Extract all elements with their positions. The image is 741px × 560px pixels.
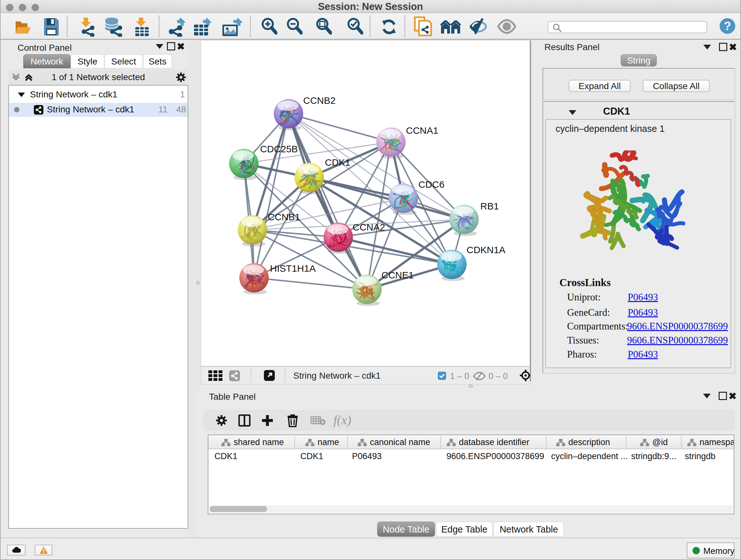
svg-text:CCNB2: CCNB2	[303, 95, 336, 106]
svg-text:RB1: RB1	[480, 201, 499, 211]
svg-text:CDKN1A: CDKN1A	[467, 245, 506, 255]
svg-text:CCNB1: CCNB1	[268, 212, 300, 222]
svg-text:HIST1H1A: HIST1H1A	[270, 263, 316, 273]
svg-text:CDC25B: CDC25B	[260, 144, 298, 154]
svg-text:CCNA2: CCNA2	[353, 222, 385, 233]
svg-text:CCNA1: CCNA1	[406, 125, 439, 136]
svg-text:CDK1: CDK1	[325, 157, 350, 168]
svg-text:CCNE1: CCNE1	[381, 270, 414, 280]
svg-text:CDC6: CDC6	[418, 179, 445, 190]
